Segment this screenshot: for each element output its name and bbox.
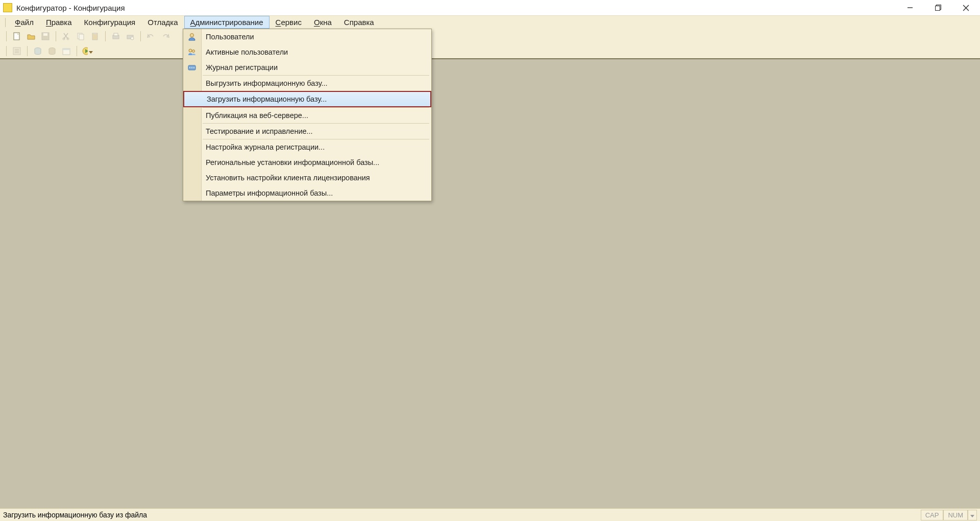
svg-rect-15 [114,33,118,36]
window-controls [896,0,980,15]
window-title: Конфигуратор - Конфигурация [16,4,125,12]
menu-item-label: Тестирование и исправление... [206,127,313,135]
toolbar-row-2 [0,43,980,58]
copy-button[interactable] [75,30,87,42]
log-icon [186,62,198,73]
user-icon [186,31,198,42]
menu-item-regional-settings[interactable]: Региональные установки информационной ба… [183,155,431,170]
menu-administration[interactable]: Администрирование [184,16,270,29]
menu-item-license-client[interactable]: Установить настройки клиента лицензирова… [183,170,431,185]
toolbar-separator [6,46,7,56]
menu-item-label: Активные пользователи [206,48,288,56]
toolbar-separator [140,31,141,41]
config-tree-button[interactable] [11,45,23,57]
new-button[interactable] [11,30,23,42]
status-num: NUM [943,510,968,520]
open-button[interactable] [25,30,37,42]
menu-item-web-publish[interactable]: Публикация на веб-сервере... [183,108,431,123]
svg-rect-7 [43,33,47,36]
menu-configuration[interactable]: Конфигурация [78,16,142,29]
menu-item-export-db[interactable]: Выгрузить информационную базу... [183,76,431,91]
calendar-button[interactable] [60,45,72,57]
content-area [0,58,980,508]
menu-item-log[interactable]: Журнал регистрации [183,60,431,75]
menu-item-label: Настройка журнала регистрации... [206,143,325,151]
menu-item-log-settings[interactable]: Настройка журнала регистрации... [183,139,431,155]
menu-edit[interactable]: Правка [40,16,78,29]
print-button[interactable] [110,30,122,42]
redo-button[interactable] [159,30,172,42]
toolbar-separator [56,31,56,41]
close-button[interactable] [952,0,980,15]
menu-item-test-repair[interactable]: Тестирование и исправление... [183,124,431,139]
chevron-down-icon [970,515,974,517]
maximize-button[interactable] [924,0,952,15]
svg-rect-5 [14,33,19,40]
cut-button[interactable] [60,30,72,42]
status-dropdown[interactable] [968,510,977,520]
toolbar-separator [27,46,28,56]
menu-item-label: Журнал регистрации [206,63,278,72]
menu-help[interactable]: Справка [338,16,380,29]
minimize-button[interactable] [896,0,924,15]
menu-windows[interactable]: Окна [308,16,338,29]
menubar-separator [5,18,6,27]
users-icon [186,46,198,58]
menubar: Файл Правка Конфигурация Отладка Админис… [0,15,980,29]
toolbar-separator [105,31,106,41]
svg-rect-2 [935,6,940,11]
toolbar-separator [6,31,7,41]
app-icon [3,3,12,12]
menu-item-label: Публикация на веб-сервере... [206,111,308,120]
administration-menu: Пользователи Активные пользователи Журна… [183,29,432,201]
svg-point-33 [193,67,194,68]
statusbar: Загрузить информационную базу из файла C… [0,508,980,521]
titlebar: Конфигуратор - Конфигурация [0,0,980,15]
menu-item-db-params[interactable]: Параметры информационной базы... [183,185,431,201]
db2-button[interactable] [46,45,58,57]
svg-point-32 [191,67,192,68]
toolbars [0,29,980,59]
menu-item-label: Параметры информационной базы... [206,189,333,197]
menu-debug[interactable]: Отладка [141,16,184,29]
menu-service[interactable]: Сервис [270,16,308,29]
toolbar-separator [77,46,77,56]
svg-rect-13 [93,33,96,34]
menu-file[interactable]: Файл [9,16,40,29]
menu-item-label: Региональные установки информационной ба… [206,158,379,167]
save-button[interactable] [39,30,52,42]
svg-rect-11 [79,34,84,40]
toolbar-row-1 [0,29,980,43]
print-preview-button[interactable] [124,30,136,42]
menu-item-import-db[interactable]: Загрузить информационную базу... [183,91,431,107]
svg-point-31 [189,67,190,68]
status-text: Загрузить информационную базу из файла [3,511,147,519]
svg-point-28 [189,49,192,52]
status-right: CAP NUM [921,510,977,520]
menu-item-label: Установить настройки клиента лицензирова… [206,174,370,182]
chevron-down-icon [89,51,93,54]
menu-item-users[interactable]: Пользователи [183,29,431,44]
paste-button[interactable] [89,30,101,42]
db-button[interactable] [32,45,44,57]
svg-point-29 [192,50,195,53]
menu-item-label: Выгрузить информационную базу... [206,79,328,87]
menu-item-label: Пользователи [206,33,254,41]
menu-item-active-users[interactable]: Активные пользователи [183,44,431,60]
svg-rect-25 [63,49,70,50]
svg-point-17 [131,37,134,40]
undo-button[interactable] [145,30,157,42]
run-button[interactable] [81,45,93,57]
svg-point-27 [190,34,194,37]
menu-item-label: Загрузить информационную базу... [207,95,327,103]
status-cap: CAP [921,510,944,520]
